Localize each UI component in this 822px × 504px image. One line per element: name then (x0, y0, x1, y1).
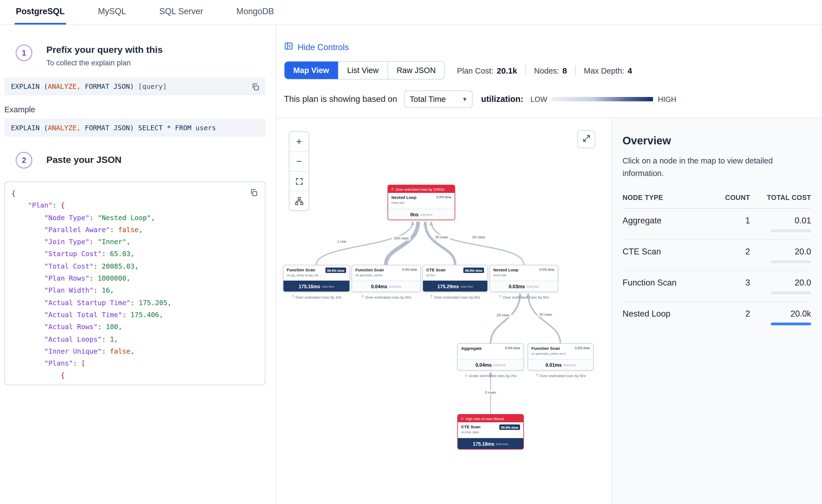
chevron-down-icon: ▾ (463, 95, 466, 103)
plan-node-nested-loop-inner[interactable]: Nested LoopInner join0.0% time0.03mstota… (489, 265, 558, 292)
json-line: "Actual Total Time": 175.406, (11, 309, 258, 321)
node-row-estimate-hint: ⇡Over estimated rows by 50x (499, 295, 549, 299)
node-total-time: 0.03mstotal time (490, 281, 558, 292)
list-view-button[interactable]: List View (338, 62, 388, 79)
node-title: Nested Loop (391, 195, 416, 200)
step-1-title: Prefix your query with this (46, 45, 163, 56)
basis-text: This plan is showing based on (284, 94, 397, 104)
node-title: CTE Scan (461, 425, 480, 429)
plan-node-function-scan-generate-series-b[interactable]: Function Scanon generate_series as b0.0%… (528, 343, 593, 371)
edge-label: 20 rows (470, 234, 487, 239)
node-alert-banner: ⚠High ratio of rows filtered (458, 415, 523, 422)
step-2-number: 2 (16, 152, 32, 168)
cost-bar (771, 292, 811, 295)
table-row-cte-scan: CTE Scan220.0 (623, 240, 811, 271)
prefix-snippet: EXPLAIN (ANALYZE, FORMAT JSON) [query] (4, 77, 266, 95)
table-row-aggregate: Aggregate10.01 (623, 209, 811, 240)
plan-node-function-scan-pg-sleep[interactable]: Function Scanon pg_sleep as pg_sle...99.… (283, 265, 350, 292)
tab-bar: PostgreSQLMySQLSQL ServerMongoDB (0, 0, 822, 25)
node-time-percent: 0.0% time (436, 195, 451, 209)
count-cell: 1 (715, 216, 750, 226)
plan-node-function-scan-generate-series[interactable]: Function Scanon generate_series0.0% time… (352, 265, 421, 292)
tab-sql-server[interactable]: SQL Server (158, 0, 204, 25)
arrow-up-icon: ⇡ (430, 295, 433, 299)
plan-node-cte-scan-tmp-data[interactable]: ⚠High ratio of rows filteredCTE Scanon t… (457, 414, 524, 450)
copy-prefix-button[interactable] (250, 82, 261, 92)
copy-json-button[interactable] (249, 187, 259, 198)
map-view-button[interactable]: Map View (285, 62, 338, 79)
example-label: Example (4, 105, 266, 114)
prefix-snippet-code: EXPLAIN (ANALYZE, FORMAT JSON) [query] (11, 82, 167, 90)
count-cell: 2 (715, 247, 750, 257)
node-row-estimate-hint: ⇣Under estimated rows by 20x (465, 373, 517, 378)
overview-panel: Overview Click on a node in the map to v… (611, 118, 822, 504)
node-total-time: 0nstotal time (388, 209, 455, 219)
panel-collapse-icon (284, 41, 293, 53)
stat-divider (525, 65, 526, 75)
edge-label: 0 rows (483, 390, 498, 395)
app-root: PostgreSQLMySQLSQL ServerMongoDB 1 Prefi… (0, 0, 822, 504)
hide-controls-label: Hide Controls (298, 42, 349, 52)
tab-postgresql[interactable]: PostgreSQL (15, 0, 66, 25)
zoom-out-button[interactable]: − (290, 151, 309, 171)
node-time-percent: 99.9% time (325, 268, 346, 273)
total-cost-cell: 20.0 (750, 247, 811, 264)
plan-controls: Hide Controls Map ViewList ViewRaw JSON … (276, 25, 822, 108)
copy-icon (251, 84, 260, 93)
total-cost-cell: 20.0k (750, 309, 811, 326)
view-row: Map ViewList ViewRaw JSON Plan Cost:20.1… (284, 61, 822, 79)
tab-mysql[interactable]: MySQL (97, 0, 127, 25)
plan-map: +− 1 row100 rows20 rows20 rows20 rows20 … (276, 118, 611, 504)
plan-node-cte-scan-foo[interactable]: CTE Scanon foo99.9% time175.29mstotal ti… (422, 265, 488, 292)
node-time-percent: 99.9% time (463, 268, 484, 273)
column-header-node-type: NODE TYPE (623, 194, 715, 202)
json-line: "Join Type": "Inner", (11, 236, 258, 248)
node-total-time: 175.16mstotal time (284, 281, 349, 292)
expand-icon (582, 134, 590, 144)
node-title: CTE Scan (426, 268, 446, 273)
node-total-time: 175.18mstotal time (458, 438, 523, 449)
plan-node-aggregate[interactable]: Aggregate0.0% time0.04mstotal time (457, 343, 524, 371)
tab-mongodb[interactable]: MongoDB (235, 0, 275, 25)
node-row-estimate-hint: ⇡Over estimated rows by 50x (535, 373, 585, 378)
json-line: "Actual Startup Time": 175.205, (11, 297, 258, 309)
node-subtitle: on foo (426, 273, 446, 277)
plan-section: Hide Controls Map ViewList ViewRaw JSON … (276, 25, 822, 504)
step-2-title: Paste your JSON (46, 155, 121, 166)
map-toolbar: +− (289, 131, 309, 211)
basis-select[interactable]: Total Time ▾ (404, 90, 472, 108)
utilization-high-label: HIGH (658, 95, 677, 103)
edge-label: 20 rows (495, 313, 511, 318)
raw-json-button[interactable]: Raw JSON (387, 62, 444, 79)
zoom-in-button[interactable]: + (290, 132, 309, 151)
json-input-code: { "Plan": { "Node Type": "Nested Loop", … (11, 187, 258, 382)
node-subtitle: on generate_series (355, 273, 384, 277)
node-total-time: 175.29mstotal time (423, 281, 487, 292)
plan-node-nested-loop-root[interactable]: ⚠Over estimated rows by 10000xNested Loo… (388, 185, 455, 220)
arrow-up-icon: ⇡ (291, 295, 294, 299)
example-snippet: EXPLAIN (ANALYZE, FORMAT JSON) SELECT * … (4, 119, 266, 137)
basis-row: This plan is showing based on Total Time… (284, 90, 822, 108)
warning-icon: ⚠ (391, 187, 394, 191)
json-line: "Plan Rows": 1000000, (11, 273, 258, 285)
json-input[interactable]: { "Plan": { "Node Type": "Nested Loop", … (4, 181, 266, 385)
hide-controls-link[interactable]: Hide Controls (284, 41, 349, 53)
node-subtitle: on pg_sleep as pg_sle... (287, 273, 321, 277)
fit-view-button[interactable] (290, 171, 309, 191)
instructions-panel: 1 Prefix your query with this To collect… (0, 25, 276, 504)
node-title: Function Scan (287, 268, 321, 273)
json-line: "Plan": { (11, 200, 258, 212)
utilization-gradient-bar (552, 97, 653, 101)
node-subtitle: Inner join (391, 201, 416, 204)
example-snippet-code: EXPLAIN (ANALYZE, FORMAT JSON) SELECT * … (11, 124, 216, 132)
overview-title: Overview (623, 134, 811, 147)
fullscreen-button[interactable] (577, 130, 595, 148)
node-row-estimate-hint: ⇡Over estimated rows by 50x (361, 295, 411, 299)
node-row-estimate-hint: ⇡Over estimated rows by 50x (430, 295, 480, 299)
arrow-up-icon: ⇡ (535, 373, 538, 378)
layout-button[interactable] (290, 191, 309, 210)
stat-plan-cost: Plan Cost:20.1k (457, 66, 517, 75)
json-line: "Plan Width": 16, (11, 285, 258, 297)
json-line: { (11, 187, 258, 200)
step-1-subtitle: To collect the explain plan (46, 59, 163, 67)
